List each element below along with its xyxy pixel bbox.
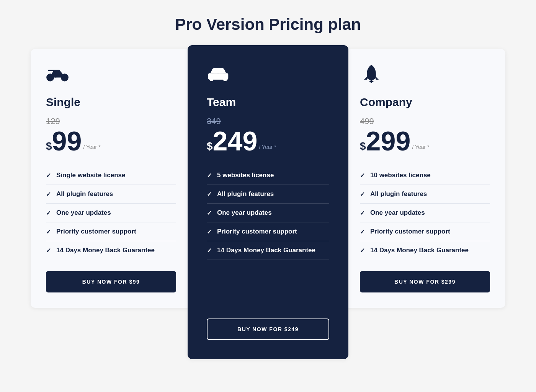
plan-name: Single <box>46 96 176 109</box>
feature-item: ✓ 10 websites license <box>360 166 490 185</box>
check-icon: ✓ <box>207 247 212 254</box>
pricing-card-team: Team 349 $ 249 / Year * ✓ 5 websites lic… <box>188 45 348 359</box>
check-icon: ✓ <box>46 247 51 254</box>
pricing-card-company: Company 499 $ 299 / Year * ✓ 10 websites… <box>345 49 505 308</box>
feature-text: 14 Days Money Back Guarantee <box>56 247 155 254</box>
features-list: ✓ 5 websites license ✓ All plugin featur… <box>207 166 329 307</box>
currency-symbol: $ <box>360 141 366 152</box>
feature-item: ✓ All plugin features <box>360 185 490 204</box>
price-row: $ 99 / Year * <box>46 128 176 155</box>
svg-rect-8 <box>219 70 223 73</box>
price-period: / Year * <box>259 144 276 150</box>
feature-item: ✓ Single website license <box>46 166 176 185</box>
features-list: ✓ 10 websites license ✓ All plugin featu… <box>360 166 490 260</box>
feature-text: All plugin features <box>217 190 274 198</box>
check-icon: ✓ <box>46 228 51 235</box>
feature-item: ✓ One year updates <box>360 204 490 222</box>
check-icon: ✓ <box>46 191 51 198</box>
check-icon: ✓ <box>360 172 365 179</box>
buy-button-single[interactable]: BUY NOW FOR $99 <box>46 271 176 292</box>
feature-item: ✓ One year updates <box>46 204 176 222</box>
feature-text: Priority customer support <box>56 228 136 235</box>
feature-item: ✓ 5 websites license <box>207 166 329 185</box>
price-period: / Year * <box>83 144 100 150</box>
svg-point-11 <box>211 78 212 80</box>
check-icon: ✓ <box>207 191 212 198</box>
feature-text: 14 Days Money Back Guarantee <box>217 247 315 254</box>
feature-item: ✓ 14 Days Money Back Guarantee <box>360 241 490 260</box>
car-icon <box>207 64 329 87</box>
buy-button-team[interactable]: BUY NOW FOR $249 <box>207 318 329 340</box>
feature-item: ✓ Priority customer support <box>207 222 329 241</box>
svg-rect-7 <box>213 70 217 73</box>
pricing-card-single: Single 129 $ 99 / Year * ✓ Single websit… <box>31 49 191 308</box>
price-row: $ 299 / Year * <box>360 128 490 155</box>
bicycle-icon <box>46 64 176 87</box>
feature-text: All plugin features <box>370 190 427 198</box>
check-icon: ✓ <box>360 247 365 254</box>
check-icon: ✓ <box>360 191 365 198</box>
check-icon: ✓ <box>46 172 51 179</box>
pricing-cards: Single 129 $ 99 / Year * ✓ Single websit… <box>23 49 513 355</box>
price-period: / Year * <box>412 144 429 150</box>
price-number: 299 <box>366 128 411 155</box>
plan-name: Team <box>207 96 329 109</box>
svg-point-12 <box>224 78 226 80</box>
feature-text: 5 websites license <box>217 172 274 179</box>
currency-symbol: $ <box>207 141 213 152</box>
rocket-icon <box>360 64 490 87</box>
currency-symbol: $ <box>46 141 52 152</box>
feature-text: One year updates <box>56 209 111 217</box>
old-price: 499 <box>360 116 490 126</box>
check-icon: ✓ <box>207 209 212 217</box>
feature-text: One year updates <box>370 209 425 217</box>
feature-item: ✓ All plugin features <box>46 185 176 204</box>
check-icon: ✓ <box>360 209 365 217</box>
plan-name: Company <box>360 96 490 109</box>
price-number: 99 <box>52 128 82 155</box>
price-row: $ 249 / Year * <box>207 128 329 155</box>
page-title: Pro Version Pricing plan <box>175 15 361 34</box>
old-price: 349 <box>207 116 329 126</box>
feature-item: ✓ One year updates <box>207 204 329 222</box>
buy-button-company[interactable]: BUY NOW FOR $299 <box>360 271 490 292</box>
feature-text: Priority customer support <box>217 228 297 235</box>
feature-item: ✓ Priority customer support <box>46 222 176 241</box>
svg-point-13 <box>369 70 374 74</box>
old-price: 129 <box>46 116 176 126</box>
feature-text: Priority customer support <box>370 228 450 235</box>
feature-item: ✓ Priority customer support <box>360 222 490 241</box>
price-number: 249 <box>213 128 258 155</box>
feature-item: ✓ All plugin features <box>207 185 329 204</box>
features-list: ✓ Single website license ✓ All plugin fe… <box>46 166 176 260</box>
check-icon: ✓ <box>207 172 212 179</box>
check-icon: ✓ <box>46 209 51 217</box>
feature-text: All plugin features <box>56 190 113 198</box>
feature-item: ✓ 14 Days Money Back Guarantee <box>46 241 176 260</box>
check-icon: ✓ <box>207 228 212 235</box>
feature-text: Single website license <box>56 172 125 179</box>
feature-text: 14 Days Money Back Guarantee <box>370 247 469 254</box>
feature-text: 10 websites license <box>370 172 431 179</box>
feature-text: One year updates <box>217 209 272 217</box>
check-icon: ✓ <box>360 228 365 235</box>
feature-item: ✓ 14 Days Money Back Guarantee <box>207 241 329 260</box>
